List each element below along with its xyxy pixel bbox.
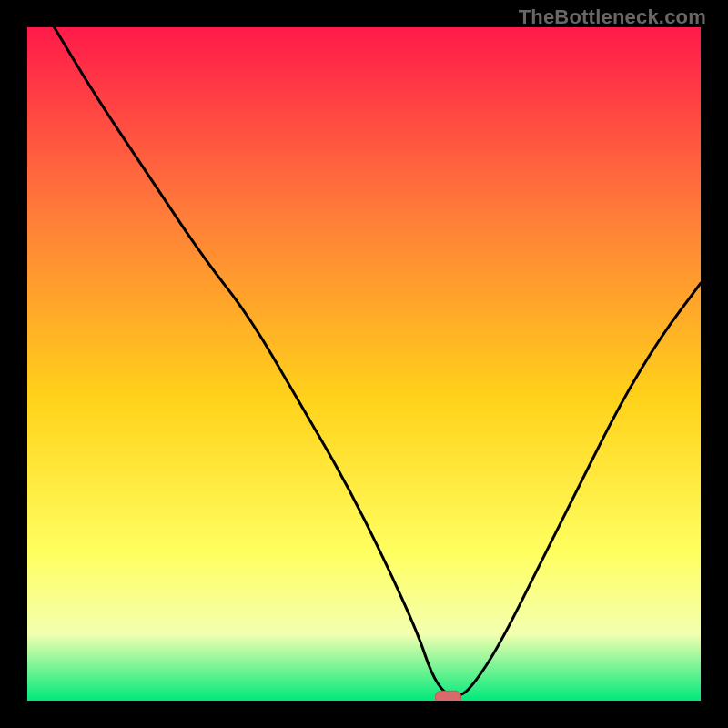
gradient-background [27,27,701,701]
plot-area [27,27,701,701]
chart-svg [27,27,701,701]
watermark-text: TheBottleneck.com [519,5,706,29]
optimal-marker [436,691,461,701]
chart-frame: TheBottleneck.com [0,0,728,728]
